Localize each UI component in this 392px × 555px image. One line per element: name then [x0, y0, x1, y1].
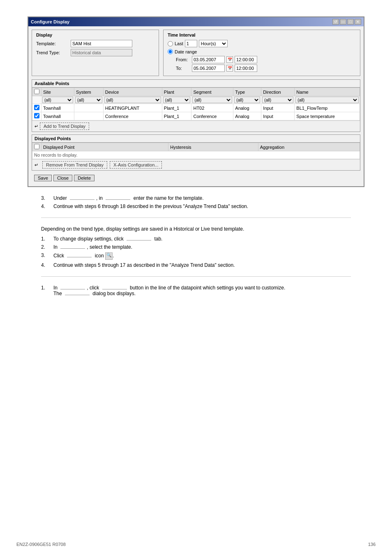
b3-step1-text: In , click button in the line of the dat…: [53, 285, 351, 296]
refresh-button[interactable]: ↺: [332, 19, 339, 25]
hours-select[interactable]: Hour(s): [199, 40, 228, 47]
row1-checkbox[interactable]: [34, 105, 39, 110]
from-calendar-icon[interactable]: 📅: [226, 56, 233, 63]
bottom-btn-row: ↵ Remove From Trend Display X-Axis Confi…: [32, 159, 360, 170]
direction-filter-select[interactable]: (all): [262, 97, 293, 103]
filter-name[interactable]: (all): [295, 96, 360, 104]
th-plant: Plant: [162, 88, 191, 96]
search-icon: 🔍: [105, 252, 113, 260]
displayed-points-table: Displayed Point Hysteresis Aggregation N…: [32, 143, 360, 159]
remove-from-trend-button[interactable]: Remove From Trend Display: [42, 161, 107, 169]
trend-type-input: [71, 49, 132, 56]
trend-type-row: Trend Type:: [36, 49, 154, 56]
from-date-input[interactable]: [192, 56, 225, 63]
row2-segment: Conference: [191, 112, 233, 120]
dialog-titlebar: Configure Display ↺ — □ ✕: [28, 17, 364, 26]
row1-device: HEATINGPLANT: [103, 104, 162, 112]
delete-button[interactable]: Delete: [74, 175, 95, 181]
to-time-input[interactable]: [235, 65, 257, 72]
filter-site[interactable]: (all): [42, 96, 74, 104]
dth-point: Displayed Point: [42, 143, 168, 151]
row1-site: Townhall: [42, 104, 74, 112]
blank6: [60, 289, 85, 289]
b2-step2-text: In , select the template.: [53, 244, 351, 250]
row2-checkbox[interactable]: [34, 113, 39, 118]
time-interval-label: Time Interval: [168, 32, 356, 37]
arrow2-icon: ↵: [35, 162, 38, 168]
list-item: 1. In , click button in the line of the …: [41, 285, 351, 296]
date-range-radio[interactable]: [168, 49, 173, 54]
plant-filter-select[interactable]: (all): [163, 97, 191, 103]
row2-system: [74, 112, 104, 120]
instruction-block-2: Depending on the trend type, display set…: [41, 226, 351, 268]
row1-plant: Plant_1: [162, 104, 191, 112]
minimize-button[interactable]: —: [340, 19, 346, 25]
to-date-input[interactable]: [192, 65, 225, 72]
last-value-input[interactable]: [185, 40, 197, 47]
time-interval-section: Time Interval Last Hour(s) Date range: [163, 30, 360, 76]
b2-step2-num: 2.: [41, 244, 53, 250]
type-filter-select[interactable]: (all): [234, 97, 260, 103]
dth-aggregation: Aggregation: [258, 143, 360, 151]
blank8: [65, 295, 90, 295]
available-points-header: Available Points: [32, 80, 360, 88]
b2-step4-num: 4.: [41, 262, 53, 268]
no-records-row: No records to display.: [32, 151, 360, 159]
th-segment: Segment: [191, 88, 233, 96]
dialog-title: Configure Display: [31, 19, 69, 24]
blank2: [106, 199, 130, 200]
list-item: 4. Continue with steps 5 through 17 as d…: [41, 262, 351, 268]
trend-type-label: Trend Type:: [36, 50, 69, 55]
th-checkbox: [32, 88, 42, 96]
from-time-input[interactable]: [235, 56, 257, 63]
row1-name: BL1_FlowTemp: [295, 104, 360, 112]
display-section: Display Template: Trend Type:: [32, 30, 159, 76]
list-item: 4. Continue with steps 6 through 18 desc…: [41, 204, 351, 209]
name-filter-select[interactable]: (all): [295, 97, 359, 103]
dth-hysteresis: Hysteresis: [168, 143, 258, 151]
device-filter-select[interactable]: (all): [104, 97, 161, 103]
b3-step1-num: 1.: [41, 285, 53, 296]
b2-step3-num: 3.: [41, 252, 53, 260]
segment-filter-select[interactable]: (all): [192, 97, 232, 103]
restore-button[interactable]: □: [347, 19, 354, 25]
system-filter-select[interactable]: (all): [75, 97, 102, 103]
to-calendar-icon[interactable]: 📅: [226, 65, 233, 72]
b2-step1-num: 1.: [41, 236, 53, 242]
filter-plant[interactable]: (all): [162, 96, 191, 104]
table-row: Townhall HEATINGPLANT Plant_1 HT02 Analo…: [32, 104, 360, 112]
content-area: 3. Under , in enter the name for the tem…: [16, 187, 376, 313]
filter-checkbox-col: [32, 96, 42, 104]
last-radio[interactable]: [168, 41, 173, 46]
last-row: Last Hour(s): [168, 40, 356, 47]
list-item: 1. To change display settings, click tab…: [41, 236, 351, 242]
date-range-row: Date range: [168, 49, 356, 54]
template-label: Template:: [36, 41, 69, 46]
site-filter-select[interactable]: (all): [42, 97, 73, 103]
b2-step4-text: Continue with steps 5 through 17 as desc…: [53, 262, 351, 268]
filter-system[interactable]: (all): [74, 96, 104, 104]
no-records-text: No records to display.: [32, 151, 360, 159]
footer-left: EN2Z-0906GE51 R0708: [16, 542, 66, 547]
block2-intro: Depending on the trend type, display set…: [41, 226, 351, 232]
close-button[interactable]: Close: [53, 175, 72, 181]
filter-direction[interactable]: (all): [261, 96, 295, 104]
filter-type[interactable]: (all): [233, 96, 261, 104]
to-label: To:: [176, 66, 190, 71]
x-axis-config-button[interactable]: X-Axis Configuration...: [110, 161, 162, 169]
th-type: Type: [233, 88, 261, 96]
instruction-block-1: 3. Under , in enter the name for the tem…: [41, 195, 351, 209]
select-all-checkbox[interactable]: [34, 89, 39, 94]
save-button[interactable]: Save: [34, 175, 52, 181]
filter-segment[interactable]: (all): [191, 96, 233, 104]
step3-num: 3.: [41, 195, 53, 201]
close-button[interactable]: ✕: [355, 19, 361, 25]
dialog-body: Display Template: Trend Type: Time Inter…: [28, 26, 364, 186]
th-site: Site: [42, 88, 74, 96]
add-to-trend-display-button[interactable]: Add to Trend Display: [40, 123, 89, 130]
displayed-select-all[interactable]: [34, 144, 39, 149]
template-input[interactable]: [71, 40, 132, 47]
table-header-row: Site System Device Plant Segment Type Di…: [32, 88, 360, 96]
row2-type: Analog: [233, 112, 261, 120]
filter-device[interactable]: (all): [103, 96, 162, 104]
